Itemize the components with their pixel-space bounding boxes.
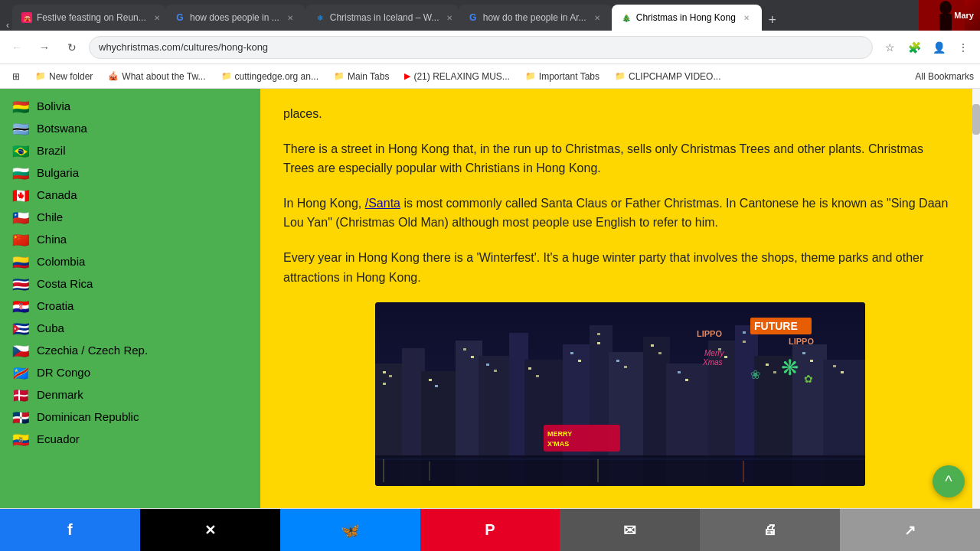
bookmark-cutting[interactable]: 📁 cuttingedge.org an... bbox=[215, 70, 325, 83]
profile-icon[interactable]: Mary bbox=[919, 0, 980, 31]
sidebar-label-canada: Canada bbox=[37, 188, 77, 201]
sidebar-label-chile: Chile bbox=[37, 210, 63, 223]
twitter-share-button[interactable]: ✕ bbox=[140, 509, 280, 551]
bookmark-star-icon[interactable]: ☆ bbox=[879, 37, 900, 58]
svg-rect-48 bbox=[802, 352, 805, 354]
bluesky-icon: 🦋 bbox=[341, 521, 360, 540]
bookmark-important[interactable]: 📁 Important Tabs bbox=[519, 70, 606, 83]
svg-rect-25 bbox=[435, 385, 438, 387]
bookmark-new-folder-label: New folder bbox=[49, 71, 93, 82]
tab-2-favicon: G bbox=[175, 12, 185, 23]
sidebar-item-ecuador[interactable]: 🇪🇨 Ecuador bbox=[0, 428, 260, 450]
sidebar-item-dr-congo[interactable]: 🇨🇩 DR Congo bbox=[0, 361, 260, 383]
scroll-up-button[interactable]: ^ bbox=[933, 465, 965, 497]
sidebar-item-brazil[interactable]: 🇧🇷 Brazil bbox=[0, 139, 260, 161]
sidebar-item-botswana[interactable]: 🇧🇼 Botswana bbox=[0, 117, 260, 139]
share-button[interactable]: ↗ bbox=[840, 509, 980, 551]
tab-3-favicon: ❄ bbox=[315, 12, 325, 23]
sidebar-item-dominican-republic[interactable]: 🇩🇴 Dominican Republic bbox=[0, 406, 260, 428]
tab-3[interactable]: ❄ Christmas in Iceland – W... ✕ bbox=[305, 5, 459, 31]
svg-rect-66 bbox=[383, 459, 384, 482]
pinterest-share-button[interactable]: P bbox=[420, 509, 560, 551]
tab-2-label: how does people in ... bbox=[190, 12, 279, 23]
tab-1-close[interactable]: ✕ bbox=[151, 12, 163, 24]
sidebar-item-china[interactable]: 🇨🇳 China bbox=[0, 228, 260, 250]
sidebar-item-canada[interactable]: 🇨🇦 Canada bbox=[0, 184, 260, 206]
tab-2[interactable]: G how does people in ... ✕ bbox=[165, 5, 305, 31]
bookmark-main-tabs-icon: 📁 bbox=[334, 71, 345, 81]
svg-text:Merry: Merry bbox=[704, 349, 725, 357]
tab-2-close[interactable]: ✕ bbox=[284, 12, 296, 24]
sidebar-item-denmark[interactable]: 🇩🇰 Denmark bbox=[0, 383, 260, 406]
print-button[interactable]: 🖨 bbox=[700, 509, 840, 551]
profile-avatar[interactable]: 👤 bbox=[928, 37, 949, 58]
content-para2: There is a street in Hong Kong that, in … bbox=[283, 139, 957, 178]
svg-rect-26 bbox=[463, 348, 466, 350]
bookmark-relaxing-label: (21) RELAXING MUS... bbox=[413, 71, 509, 82]
bookmark-new-folder[interactable]: 📁 New folder bbox=[29, 70, 99, 83]
bookmark-main-tabs[interactable]: 📁 Main Tabs bbox=[328, 70, 395, 83]
content-para4: Every year in Hong Kong there is a 'Wint… bbox=[283, 248, 957, 287]
svg-rect-21 bbox=[383, 371, 386, 373]
flag-botswana: 🇧🇼 bbox=[12, 122, 29, 134]
sidebar-item-colombia[interactable]: 🇨🇴 Colombia bbox=[0, 250, 260, 272]
tab-4-label: how do the people in Ar... bbox=[483, 12, 586, 23]
tab-scroll-arrows[interactable]: ‹ bbox=[3, 20, 12, 31]
bookmark-relaxing-icon: ▶ bbox=[404, 71, 410, 81]
flag-czechia: 🇨🇿 bbox=[12, 344, 29, 356]
tab-1[interactable]: 🎪 Festive feasting on Reun... ✕ bbox=[12, 5, 165, 31]
sidebar-label-costa-rica: Costa Rica bbox=[37, 277, 93, 290]
svg-text:✿: ✿ bbox=[804, 373, 813, 385]
tab-1-label: Festive feasting on Reun... bbox=[37, 12, 146, 23]
sidebar-item-costa-rica[interactable]: 🇨🇷 Costa Rica bbox=[0, 272, 260, 295]
flag-cuba: 🇨🇺 bbox=[12, 322, 29, 334]
sidebar-item-bulgaria[interactable]: 🇧🇬 Bulgaria bbox=[0, 161, 260, 184]
svg-rect-29 bbox=[494, 370, 497, 372]
svg-rect-68 bbox=[597, 459, 599, 482]
bookmark-tw[interactable]: 🎪 What about the Tw... bbox=[102, 70, 211, 83]
share-icon: ↗ bbox=[904, 522, 916, 539]
facebook-share-button[interactable]: f bbox=[0, 509, 140, 551]
svg-rect-31 bbox=[536, 375, 539, 377]
tab-3-close[interactable]: ✕ bbox=[443, 12, 456, 24]
sidebar-label-denmark: Denmark bbox=[37, 388, 83, 401]
forward-button[interactable]: → bbox=[34, 37, 55, 58]
address-icons: ☆ 🧩 👤 ⋮ bbox=[879, 37, 974, 58]
extension-icon[interactable]: 🧩 bbox=[903, 37, 925, 58]
tab-5[interactable]: 🎄 Christmas in Hong Kong ✕ bbox=[612, 5, 762, 31]
svg-rect-40 bbox=[678, 371, 681, 373]
sidebar-item-cuba[interactable]: 🇨🇺 Cuba bbox=[0, 317, 260, 339]
address-input[interactable] bbox=[89, 36, 873, 59]
bookmark-apps[interactable]: ⊞ bbox=[6, 70, 26, 83]
svg-rect-50 bbox=[833, 365, 836, 367]
sidebar-item-chile[interactable]: 🇨🇱 Chile bbox=[0, 206, 260, 228]
svg-text:Xmas: Xmas bbox=[702, 358, 723, 367]
bluesky-share-button[interactable]: 🦋 bbox=[280, 509, 420, 551]
santa-link[interactable]: /Santa bbox=[365, 197, 400, 210]
new-tab-button[interactable]: + bbox=[762, 9, 783, 31]
back-button[interactable]: ← bbox=[6, 37, 28, 58]
sidebar-item-croatia[interactable]: 🇭🇷 Croatia bbox=[0, 295, 260, 317]
tab-4[interactable]: G how do the people in Ar... ✕ bbox=[459, 5, 612, 31]
email-icon: ✉ bbox=[623, 521, 636, 540]
flag-china: 🇨🇳 bbox=[12, 233, 29, 245]
sidebar-item-bolivia[interactable]: 🇧🇴 Bolivia bbox=[0, 95, 260, 117]
scroll-up-icon: ^ bbox=[945, 473, 952, 491]
bookmark-relaxing[interactable]: ▶ (21) RELAXING MUS... bbox=[398, 70, 515, 83]
sidebar-label-croatia: Croatia bbox=[37, 299, 74, 312]
sidebar-item-czechia[interactable]: 🇨🇿 Czechia / Czech Rep. bbox=[0, 339, 260, 361]
tab-5-close[interactable]: ✕ bbox=[740, 12, 753, 24]
email-share-button[interactable]: ✉ bbox=[560, 509, 700, 551]
svg-text:LIPPO: LIPPO bbox=[697, 329, 722, 338]
menu-icon[interactable]: ⋮ bbox=[952, 37, 974, 58]
sidebar-label-brazil: Brazil bbox=[37, 144, 66, 157]
tab-1-favicon: 🎪 bbox=[21, 12, 32, 23]
bookmark-clipchamp[interactable]: 📁 CLIPCHAMP VIDEO... bbox=[609, 70, 727, 83]
page-scrollbar[interactable] bbox=[972, 89, 980, 508]
refresh-button[interactable]: ↻ bbox=[61, 37, 83, 58]
tab-4-close[interactable]: ✕ bbox=[591, 12, 603, 24]
scrollbar-thumb[interactable] bbox=[972, 104, 980, 135]
svg-rect-27 bbox=[471, 356, 474, 358]
svg-rect-39 bbox=[658, 352, 662, 354]
svg-text:MERRY: MERRY bbox=[547, 430, 572, 438]
